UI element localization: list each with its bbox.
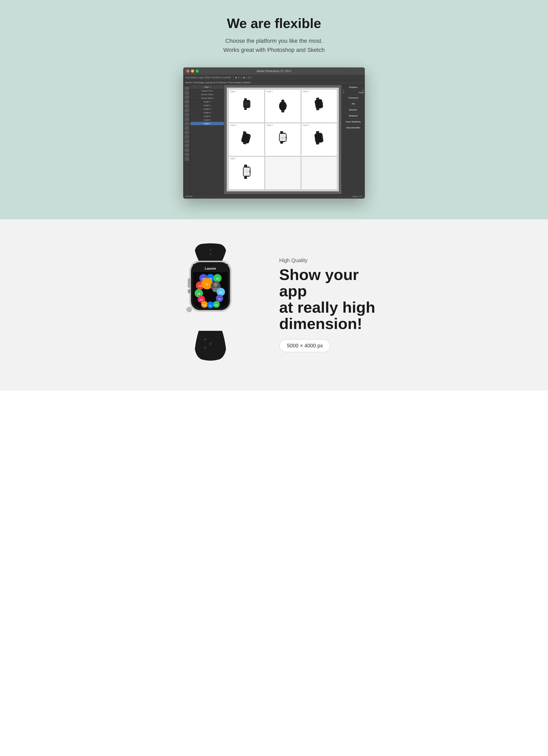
svg-point-15 [322, 102, 323, 104]
quality-heading: Show your app at really high dimension! [279, 267, 383, 332]
tool-zoom[interactable] [184, 157, 189, 161]
dimension-badge: 5000 × 4000 px [279, 339, 331, 352]
ps-layer-angle-1[interactable]: Angle 1 [190, 100, 224, 104]
svg-point-38 [209, 249, 211, 251]
svg-text:CW: CW [203, 304, 206, 306]
svg-rect-13 [316, 108, 319, 110]
ps-canvas-cell-3: Angle 3 [302, 90, 337, 122]
ps-minimize-button[interactable] [191, 69, 194, 73]
watch-angle-3 [312, 97, 327, 115]
svg-point-25 [286, 137, 287, 138]
ps-canvas-cell-4: Angle 4 [229, 123, 264, 156]
svg-text:SL: SL [209, 304, 212, 307]
svg-rect-30 [315, 134, 323, 142]
ps-position-row: X 0 [343, 89, 364, 91]
svg-rect-1 [244, 98, 247, 100]
quality-content: High Quality Show your app at really hig… [279, 257, 383, 352]
svg-rect-12 [316, 97, 319, 100]
svg-point-78 [204, 346, 206, 349]
svg-point-20 [248, 135, 250, 137]
tool-brush[interactable] [184, 113, 189, 117]
tool-crop[interactable] [184, 100, 189, 103]
tool-pen[interactable] [184, 139, 189, 143]
ps-panel-shadows-title: Shadows [343, 115, 364, 117]
ps-panel-inner-shadows: Inner Shadows [343, 121, 364, 125]
ps-panel-fill: Fill [343, 103, 364, 107]
ps-layer-angle-6[interactable]: Angle 6 [190, 118, 224, 122]
tool-eraser[interactable] [184, 126, 189, 130]
ps-panel-gaussian-title: Gaussian Blur [343, 127, 364, 129]
svg-text:DC: DC [215, 304, 218, 306]
ps-cell-label-5: Angle 5 [266, 124, 273, 126]
ps-width-value: Height [359, 92, 364, 93]
ps-cell-label-1: Angle 1 [230, 90, 236, 92]
svg-point-75 [186, 307, 192, 312]
watch-angle-7: ⌚ [239, 164, 254, 182]
ps-cell-label-4: Angle 4 [230, 124, 236, 126]
ps-layer-angle-2[interactable]: Angle 2 [190, 104, 224, 107]
tool-history[interactable] [184, 122, 189, 125]
tool-lasso[interactable] [184, 95, 189, 99]
ps-panel-shadows: Shadows [343, 115, 364, 119]
watch-angle-6 [312, 130, 327, 149]
ps-cell-label-3: Angle 3 [303, 90, 309, 92]
ps-panel-inner-shadows-title: Inner Shadows [343, 121, 364, 123]
ps-canvas-grid: Angle 1 Angle 2 [227, 88, 339, 191]
svg-text:MS: MS [200, 299, 203, 301]
ps-panel-position: Position X 0 W Height [343, 86, 364, 95]
ps-panel-transform: Transform [343, 97, 364, 101]
ps-layer-angle-3[interactable]: Angle 3 [190, 107, 224, 111]
svg-rect-29 [316, 142, 319, 145]
watch-angle-1 [239, 97, 254, 115]
ps-panel-borders: Borders [343, 109, 364, 113]
ps-panel-borders-title: Borders [343, 109, 364, 111]
ps-x-value: 0 [363, 89, 364, 91]
ps-zoom-level: 16.67% [185, 195, 192, 198]
ps-layer-screen-silver[interactable]: Screen Silver [190, 93, 224, 96]
svg-text:VC: VC [218, 298, 221, 300]
svg-text:12:41: 12:41 [281, 137, 285, 139]
ps-layer-screen-black[interactable]: Screen Black [190, 96, 224, 100]
watch-showcase: Lauren LW EB JD CG LT LB HV MS [165, 240, 263, 370]
ps-file-path: iPhone 7 Plus Angle 1.psd @ 16.7% (iPhon… [185, 81, 250, 84]
tool-gradient[interactable] [184, 131, 189, 134]
svg-rect-73 [188, 278, 190, 288]
ps-statusbar: 16.67% Page 1 of 3 [183, 194, 365, 199]
ps-canvas-cell-5: Angle 5 12:41 [265, 123, 301, 156]
ps-canvas: Angle 1 Angle 2 [224, 85, 342, 194]
ps-canvas-cell-6: Angle 6 [302, 123, 337, 156]
tool-hand[interactable] [184, 153, 189, 156]
ps-layer-screen-prev[interactable]: Screen Prev [190, 89, 224, 93]
tool-marquee[interactable] [184, 91, 189, 95]
ps-panel-position-title: Position [343, 86, 364, 88]
svg-point-31 [322, 136, 323, 138]
ps-cell-label-6: Angle 6 [303, 124, 309, 126]
ps-panel-gaussian: Gaussian Blur [343, 127, 364, 131]
watch-angle-5: 12:41 [276, 130, 290, 149]
svg-rect-23 [280, 142, 283, 144]
ps-layer-angle-4[interactable]: Angle 4 [190, 111, 224, 115]
ps-layer-angle-7[interactable]: Angle 7 [190, 122, 224, 125]
ps-close-button[interactable] [186, 69, 189, 73]
tool-shape[interactable] [184, 148, 189, 152]
ps-properties-panel: Position X 0 W Height Transform Fill [342, 85, 365, 194]
tool-eyedropper[interactable] [184, 104, 189, 108]
ps-layer-angle-5[interactable]: Angle 5 [190, 115, 224, 118]
ps-panel-transform-title: Transform [343, 97, 364, 99]
ps-body: Page 1 Screen Prev Screen Silver Screen … [183, 85, 365, 194]
tool-type[interactable] [184, 144, 189, 148]
svg-text:HV: HV [219, 291, 222, 294]
tool-stamp[interactable] [184, 117, 189, 121]
svg-point-76 [204, 338, 206, 341]
ps-canvas-cell-empty-9 [302, 157, 337, 189]
ps-width-label: W [343, 92, 345, 93]
ps-layers-panel: Page 1 Screen Prev Screen Silver Screen … [190, 85, 224, 194]
ps-maximize-button[interactable] [196, 69, 199, 73]
svg-point-77 [209, 342, 212, 345]
tool-burn[interactable] [184, 135, 189, 139]
tool-heal[interactable] [184, 109, 189, 112]
tool-move[interactable] [184, 87, 189, 90]
svg-rect-22 [280, 131, 283, 133]
ps-window-title: Adobe Photoshop CC 2017 [256, 69, 292, 73]
svg-point-39 [209, 253, 211, 255]
